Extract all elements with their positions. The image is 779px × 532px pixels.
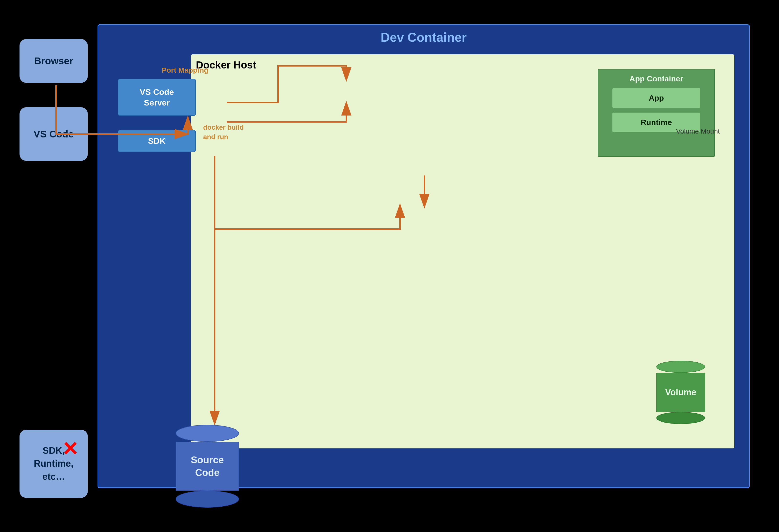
vscode-server-front: VS Code Server — [118, 79, 196, 116]
cylinder-body: Volume — [656, 373, 705, 412]
source-body: Source Code — [176, 442, 239, 490]
app-container-title: App Container — [630, 74, 683, 83]
cylinder-top — [656, 361, 705, 373]
volume-mount-label: Volume Mount — [676, 127, 720, 135]
vscode-server-box: VS Code Server — [118, 79, 196, 116]
diagram-container: Dev Container Docker Host App Container … — [10, 10, 769, 522]
docker-build-label: docker build and run — [203, 123, 244, 142]
port-mapping-label: Port Mapping — [162, 66, 208, 74]
browser-box: Browser — [19, 39, 88, 83]
source-bottom — [176, 490, 239, 508]
sdk-runtime-box: SDK, Runtime, etc… ✕ — [19, 429, 88, 498]
app-container-front: App Container App Runtime — [598, 69, 715, 157]
red-x-icon: ✕ — [62, 440, 78, 459]
vscode-box: VS Code — [19, 107, 88, 161]
docker-host-area: Docker Host App Container App Runtime V — [191, 54, 734, 448]
app-box: App — [612, 88, 700, 108]
dev-container: Dev Container Docker Host App Container … — [98, 24, 750, 488]
source-top — [176, 425, 239, 442]
dev-container-label: Dev Container — [381, 30, 467, 45]
cylinder-bottom — [656, 412, 705, 424]
sdk-box: SDK — [118, 130, 196, 152]
volume-cylinder: Volume — [656, 361, 705, 424]
app-container: App Container App Runtime — [598, 69, 715, 157]
source-code-cylinder: Source Code — [176, 425, 239, 508]
